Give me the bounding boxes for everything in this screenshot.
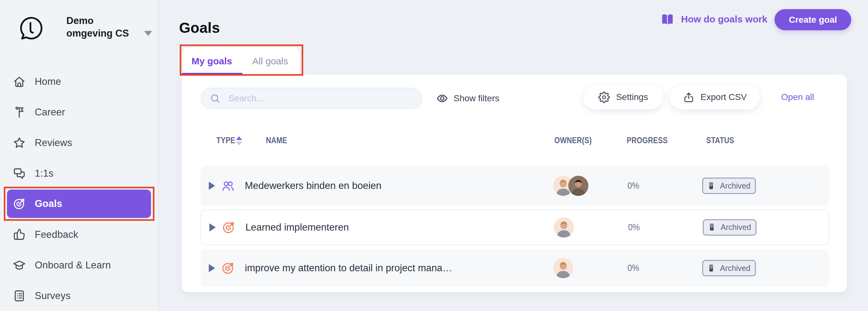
graduation-cap-icon: [12, 258, 26, 272]
sidebar-nav: HomeCareerReviews1:1sGoalsFeedbackOnboar…: [0, 66, 159, 311]
sidebar-item-label: Feedback: [35, 229, 78, 240]
settings-button[interactable]: Settings: [583, 85, 663, 109]
book-icon: [660, 12, 675, 27]
status-badge: Archived: [702, 260, 756, 276]
career-flag-icon: [12, 105, 26, 119]
sort-icon[interactable]: [236, 136, 242, 145]
sidebar: Demo omgeving CS HomeCareerReviews1:1sGo…: [0, 0, 159, 311]
sidebar-item-label: Goals: [35, 198, 62, 209]
eye-icon: [436, 93, 448, 104]
sidebar-item-surveys[interactable]: Surveys: [7, 280, 151, 311]
show-filters-label: Show filters: [454, 93, 499, 103]
search-field[interactable]: [200, 88, 422, 109]
expand-row-icon[interactable]: [210, 223, 216, 232]
status-badge: Archived: [703, 219, 756, 236]
chevron-down-icon: [144, 31, 152, 36]
sidebar-item-onboard-learn[interactable]: Onboard & Learn: [7, 250, 151, 280]
status-badge: Archived: [702, 178, 756, 194]
export-icon: [683, 92, 694, 103]
sidebar-item-label: Reviews: [35, 137, 72, 148]
goals-tabs: My goals All goals: [183, 48, 300, 74]
goal-progress: 0%: [622, 180, 645, 191]
target-icon: [12, 197, 26, 211]
export-csv-label: Export CSV: [701, 92, 747, 102]
gear-icon: [598, 92, 610, 103]
goals-table-card: Show filters Settings Export CSV Open al…: [182, 74, 847, 292]
goal-row[interactable]: Learned implementeren0%Archived: [200, 209, 829, 245]
goal-owners: [553, 258, 573, 278]
sidebar-item-career[interactable]: Career: [7, 97, 151, 128]
sidebar-item-goals[interactable]: Goals: [7, 189, 151, 218]
status-badge-label: Archived: [720, 222, 751, 233]
star-icon: [12, 136, 26, 150]
team-goal-icon: [221, 178, 235, 193]
goal-progress: 0%: [622, 263, 645, 273]
goal-name: Medewerkers binden en boeien: [245, 180, 381, 192]
goals-page: Demo omgeving CS HomeCareerReviews1:1sGo…: [0, 0, 868, 311]
sidebar-item-label: Surveys: [35, 290, 70, 302]
sidebar-item-reviews[interactable]: Reviews: [7, 128, 151, 158]
avatar-woman-1: [553, 258, 573, 278]
sidebar-item-label: 1:1s: [35, 168, 53, 179]
goal-owners: [553, 176, 588, 196]
archive-icon: [708, 223, 716, 232]
sidebar-item-feedback[interactable]: Feedback: [7, 219, 151, 250]
column-header-status: STATUS: [706, 135, 734, 145]
expand-row-icon[interactable]: [209, 264, 215, 272]
workspace-switcher[interactable]: Demo omgeving CS: [18, 13, 151, 54]
goal-progress: 0%: [622, 222, 646, 233]
personal-goal-icon: [221, 261, 235, 275]
open-all-link[interactable]: Open all: [781, 85, 814, 109]
avatar-woman-2: [568, 176, 588, 196]
status-badge-label: Archived: [720, 181, 750, 191]
thumbs-up-icon: [12, 228, 26, 242]
settings-label: Settings: [616, 92, 648, 102]
column-header-type[interactable]: TYPE: [216, 135, 235, 145]
export-csv-button[interactable]: Export CSV: [670, 85, 760, 109]
archive-icon: [707, 264, 715, 273]
goal-name: Learned implementeren: [245, 222, 349, 233]
how-do-goals-work-link[interactable]: How do goals work: [660, 12, 767, 27]
tab-my-goals[interactable]: My goals: [183, 48, 241, 74]
survey-list-icon: [12, 289, 26, 303]
create-goal-button[interactable]: Create goal: [775, 9, 851, 30]
sidebar-item-label: Onboard & Learn: [35, 260, 111, 271]
home-icon: [12, 75, 26, 89]
search-input[interactable]: [228, 93, 415, 104]
goal-owners: [554, 217, 574, 238]
expand-row-icon[interactable]: [209, 182, 215, 190]
sidebar-item-home[interactable]: Home: [7, 66, 151, 97]
sidebar-item-label: Home: [35, 76, 61, 88]
sidebar-item-label: Career: [35, 107, 65, 118]
goal-row[interactable]: improve my attention to detail in projec…: [200, 249, 829, 287]
workspace-name: Demo omgeving CS: [66, 14, 141, 40]
page-title: Goals: [179, 19, 220, 36]
archive-icon: [707, 182, 715, 190]
status-badge-label: Archived: [720, 263, 750, 273]
column-header-name: NAME: [266, 135, 287, 145]
goal-name: improve my attention to detail in projec…: [245, 263, 452, 274]
goal-row[interactable]: Medewerkers binden en boeien0%Archived: [200, 166, 829, 206]
tab-all-goals[interactable]: All goals: [241, 48, 300, 74]
chat-bubbles-icon: [12, 167, 26, 180]
search-icon: [210, 93, 221, 104]
sidebar-item-1-1s[interactable]: 1:1s: [7, 158, 151, 188]
column-header-progress: PROGRESS: [627, 135, 668, 145]
how-do-goals-work-label: How do goals work: [681, 14, 767, 25]
show-filters-button[interactable]: Show filters: [436, 88, 499, 109]
personal-goal-icon: [221, 220, 236, 235]
column-header-owners: OWNER(S): [554, 135, 592, 145]
learned-logo: [18, 14, 44, 42]
avatar-woman-1: [554, 217, 574, 238]
